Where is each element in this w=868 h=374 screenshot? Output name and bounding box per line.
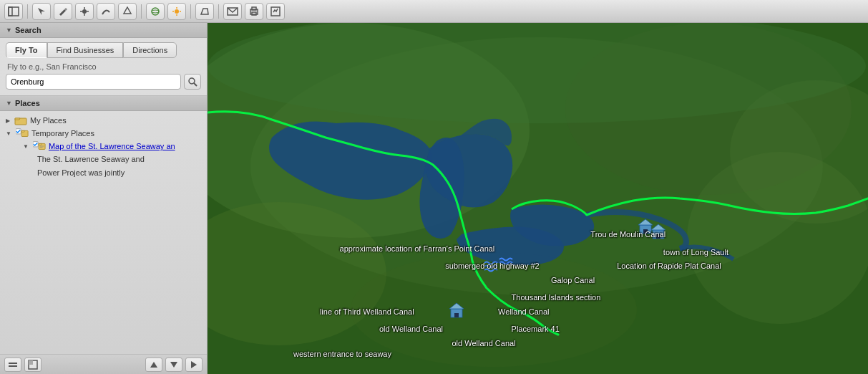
svg-rect-49	[454, 313, 459, 317]
stlawrence-desc-line1: The St. Lawrence Seaway and	[0, 153, 207, 166]
tab-directions[interactable]: Directions	[123, 42, 177, 58]
search-go-button[interactable]	[184, 74, 201, 90]
map-toggle-button[interactable]	[24, 358, 42, 372]
search-title: Search	[15, 26, 42, 34]
expand-icon2: ▼	[6, 130, 11, 137]
places-header[interactable]: ▼ Places	[0, 96, 207, 111]
svg-line-17	[194, 83, 197, 86]
path-button[interactable]	[97, 3, 115, 20]
map-background: Trou de Moulin Canal town of Long Sault …	[208, 23, 868, 374]
terrain-button[interactable]	[146, 3, 165, 20]
svg-point-16	[189, 78, 195, 84]
svg-rect-0	[9, 7, 19, 16]
arrow-button[interactable]	[32, 3, 51, 20]
sidebar: ▼ Search Fly To Find Businesses Directio…	[0, 23, 208, 374]
search-input-row: Orenburg	[0, 74, 207, 95]
stlawrence-label: Map of the St. Lawrence Seaway an	[49, 142, 175, 150]
svg-marker-30	[170, 362, 177, 368]
folder-icon	[14, 115, 27, 125]
add-layer-button[interactable]	[4, 358, 21, 372]
svg-point-4	[152, 8, 159, 15]
places-section: ▼ Places ▶ My Places ▼	[0, 96, 207, 354]
svg-point-5	[152, 10, 159, 13]
stlawrence-item[interactable]: ▼ Map of the St. Lawrence Seaway an	[0, 140, 207, 153]
print-button[interactable]	[245, 3, 263, 20]
svg-point-3	[82, 9, 87, 14]
search-tabs: Fly To Find Businesses Directions	[0, 38, 207, 58]
my-places-item[interactable]: ▶ My Places	[0, 114, 207, 127]
svg-rect-46	[656, 234, 660, 239]
window-button[interactable]	[4, 3, 23, 20]
places-list: ▶ My Places ▼	[0, 111, 207, 183]
polygon-button[interactable]	[195, 3, 214, 20]
sep1	[27, 4, 28, 19]
my-places-label: My Places	[30, 116, 67, 125]
stlawrence-desc-line2: Power Project was jointly	[0, 166, 207, 180]
map-area[interactable]: Trou de Moulin Canal town of Long Sault …	[208, 23, 868, 374]
svg-point-40	[687, 152, 868, 324]
expand-icon3: ▼	[23, 143, 29, 150]
expand-icon: ▶	[6, 118, 10, 124]
svg-marker-29	[150, 362, 157, 368]
sep4	[218, 4, 219, 19]
search-header[interactable]: ▼ Search	[0, 23, 207, 38]
sidebar-bottom	[0, 354, 207, 374]
nav-down-button[interactable]	[165, 358, 182, 372]
expand-button[interactable]	[185, 358, 203, 372]
temporary-places-label: Temporary Places	[31, 129, 94, 138]
main-toolbar	[0, 0, 868, 23]
svg-rect-13	[252, 7, 256, 10]
move-button[interactable]	[75, 3, 94, 20]
map-svg	[208, 23, 868, 374]
fly-to-label: Fly to e.g., San Francisco	[0, 58, 207, 74]
mappin-button[interactable]	[266, 3, 285, 20]
checked-folder-icon	[16, 128, 29, 138]
pencil-button[interactable]	[54, 3, 72, 20]
main-content: ▼ Search Fly To Find Businesses Directio…	[0, 23, 868, 374]
tab-fly-to[interactable]: Fly To	[6, 42, 47, 58]
svg-rect-25	[9, 363, 17, 364]
shape-button[interactable]	[118, 3, 137, 20]
sun-button[interactable]	[167, 3, 186, 20]
svg-rect-1	[9, 7, 12, 16]
svg-rect-28	[29, 360, 33, 365]
search-section: ▼ Search Fly To Find Businesses Directio…	[0, 23, 207, 96]
svg-rect-43	[643, 229, 648, 234]
search-input[interactable]: Orenburg	[6, 74, 181, 90]
svg-rect-26	[9, 365, 17, 367]
nav-up-button[interactable]	[145, 358, 162, 372]
temporary-places-item[interactable]: ▼ Temporary Places	[0, 127, 207, 140]
sep2	[141, 4, 142, 19]
map-folder-icon	[33, 141, 46, 151]
email-button[interactable]	[223, 3, 242, 20]
svg-marker-2	[38, 8, 45, 15]
svg-marker-31	[191, 361, 197, 368]
svg-rect-14	[252, 12, 256, 15]
places-title: Places	[15, 99, 40, 107]
places-triangle-icon: ▼	[6, 100, 12, 107]
sep3	[190, 4, 191, 19]
tab-find-businesses[interactable]: Find Businesses	[47, 42, 124, 58]
search-triangle-icon: ▼	[6, 27, 12, 34]
svg-point-6	[175, 9, 179, 14]
